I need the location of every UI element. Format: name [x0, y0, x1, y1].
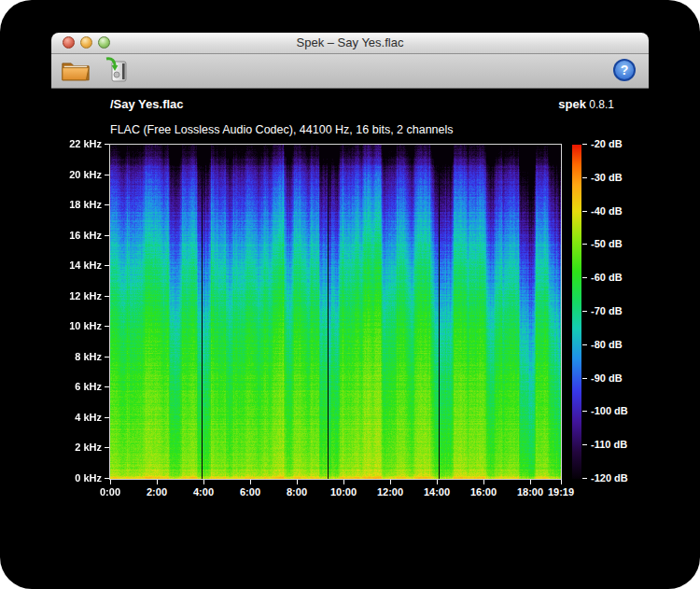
db-tick-label: -70 dB	[591, 305, 623, 317]
open-file-button[interactable]	[59, 55, 92, 87]
time-tick	[157, 480, 158, 484]
db-tick	[582, 411, 587, 412]
db-color-scale	[572, 145, 581, 479]
time-tick-label: 0:00	[90, 486, 131, 498]
freq-tick-label: 8 kHz	[55, 351, 102, 363]
freq-tick	[105, 175, 109, 175]
db-tick-label: -50 dB	[591, 238, 623, 250]
time-tick	[297, 480, 298, 484]
time-tick	[110, 480, 111, 484]
db-tick-label: -100 dB	[591, 405, 628, 417]
freq-tick	[105, 265, 109, 266]
spek-window: Spek – Say Yes.flac	[51, 33, 649, 549]
freq-tick-label: 0 kHz	[55, 472, 102, 484]
time-tick	[343, 480, 344, 484]
db-tick-label: -80 dB	[591, 339, 623, 351]
freq-tick-label: 16 kHz	[55, 230, 102, 242]
time-tick	[390, 480, 391, 484]
title-bar[interactable]: Spek – Say Yes.flac	[51, 33, 649, 54]
db-tick-label: -60 dB	[591, 272, 623, 284]
freq-tick	[105, 296, 109, 297]
freq-tick	[105, 326, 109, 327]
time-tick	[437, 480, 438, 484]
freq-tick-label: 22 kHz	[55, 138, 102, 150]
app-name: spek	[558, 97, 586, 111]
zoom-button[interactable]	[98, 36, 110, 49]
window-title: Spek – Say Yes.flac	[51, 33, 649, 53]
app-version: 0.8.1	[589, 98, 614, 111]
db-tick	[582, 444, 587, 445]
time-tick-label: 12:00	[370, 486, 411, 498]
db-tick	[582, 378, 587, 379]
help-button[interactable]: ?	[608, 55, 641, 87]
db-tick	[582, 144, 587, 145]
time-tick	[561, 480, 562, 484]
db-tick	[582, 277, 587, 278]
db-tick-label: -120 dB	[591, 472, 628, 484]
freq-tick	[105, 235, 109, 236]
freq-tick-label: 18 kHz	[55, 199, 102, 211]
db-tick-label: -20 dB	[591, 138, 623, 150]
time-tick-label: 2:00	[136, 486, 177, 498]
time-tick-label: 10:00	[323, 486, 364, 498]
close-button[interactable]	[63, 36, 75, 49]
traffic-lights	[63, 36, 110, 49]
save-spectrogram-button[interactable]	[100, 55, 133, 87]
freq-tick-label: 2 kHz	[55, 442, 102, 454]
screenshot-root: Spek – Say Yes.flac	[0, 0, 700, 589]
time-tick	[203, 480, 204, 484]
db-tick-label: -110 dB	[591, 439, 627, 451]
db-tick	[582, 244, 587, 245]
db-tick-label: -90 dB	[591, 372, 623, 385]
time-tick	[483, 480, 484, 484]
toolbar: ?	[51, 54, 649, 89]
freq-tick	[105, 204, 109, 205]
freq-tick-label: 12 kHz	[55, 290, 102, 302]
freq-tick-label: 4 kHz	[55, 412, 102, 424]
time-tick	[250, 480, 251, 484]
save-icon	[103, 56, 131, 87]
time-tick	[530, 480, 531, 484]
freq-tick	[105, 447, 109, 448]
minimize-button[interactable]	[80, 36, 92, 49]
db-tick	[582, 311, 587, 312]
time-tick-label: 8:00	[276, 486, 317, 498]
freq-tick-label: 14 kHz	[55, 259, 102, 272]
freq-tick	[105, 386, 109, 387]
freq-tick-label: 10 kHz	[55, 320, 102, 332]
time-tick-label: 19:19	[540, 486, 581, 498]
spectrogram-canvas	[110, 145, 561, 479]
app-version-label: spek 0.8.1	[558, 97, 614, 111]
db-tick	[582, 211, 587, 212]
freq-tick	[105, 478, 109, 479]
file-path-label: /Say Yes.flac	[110, 97, 184, 111]
time-tick-label: 14:00	[416, 486, 457, 498]
time-tick-label: 6:00	[230, 486, 271, 498]
db-tick-label: -40 dB	[591, 205, 623, 217]
freq-tick	[105, 357, 109, 358]
db-tick	[582, 344, 587, 345]
open-folder-icon	[61, 57, 91, 85]
freq-tick-label: 6 kHz	[55, 381, 102, 393]
svg-text:?: ?	[621, 63, 629, 77]
freq-tick	[105, 417, 109, 418]
audio-format-label: FLAC (Free Lossless Audio Codec), 44100 …	[110, 123, 454, 136]
db-tick	[582, 478, 587, 479]
db-tick-label: -30 dB	[591, 172, 623, 184]
help-icon: ?	[612, 58, 637, 85]
time-tick-label: 4:00	[183, 486, 224, 498]
time-tick-label: 16:00	[463, 486, 504, 498]
freq-tick	[105, 144, 109, 145]
db-tick	[582, 177, 587, 178]
freq-tick-label: 20 kHz	[55, 169, 102, 181]
